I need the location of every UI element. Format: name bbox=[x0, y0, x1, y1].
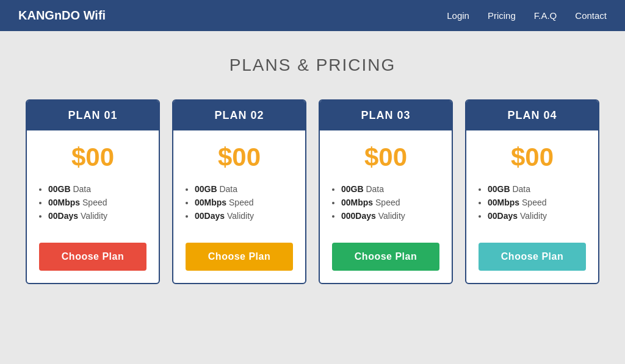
plan-04-choose-button[interactable]: Choose Plan bbox=[479, 243, 586, 271]
plan-03-price: $00 bbox=[320, 130, 452, 178]
plan-02-choose-button[interactable]: Choose Plan bbox=[186, 243, 293, 271]
plan-04-header: PLAN 04 bbox=[466, 101, 598, 130]
plan-01-features: 00GB Data 00Mbps Speed 00Days Validity bbox=[27, 178, 159, 237]
plan-03-validity-feature: 000Days Validity bbox=[341, 211, 439, 221]
plan-02-price: $00 bbox=[173, 130, 305, 178]
main-content: PLANS & PRICING PLAN 01 $00 00GB Data 00… bbox=[0, 31, 625, 309]
plan-01-data-feature: 00GB Data bbox=[48, 184, 146, 194]
navbar: KANGnDO Wifi LoginPricingF.A.QContact bbox=[0, 0, 625, 31]
plan-01-validity-feature: 00Days Validity bbox=[48, 211, 146, 221]
plan-01-speed-feature: 00Mbps Speed bbox=[48, 198, 146, 207]
plan-02-card: PLAN 02 $00 00GB Data 00Mbps Speed 00Day… bbox=[172, 99, 306, 284]
plan-01-price: $00 bbox=[27, 130, 159, 178]
plan-03-card: PLAN 03 $00 00GB Data 00Mbps Speed 000Da… bbox=[319, 99, 453, 284]
plans-container: PLAN 01 $00 00GB Data 00Mbps Speed 00Day… bbox=[26, 99, 599, 284]
plan-03-choose-button[interactable]: Choose Plan bbox=[332, 243, 439, 271]
plan-03-speed-feature: 00Mbps Speed bbox=[341, 198, 439, 207]
plan-01-header: PLAN 01 bbox=[27, 101, 159, 130]
plan-04-card: PLAN 04 $00 00GB Data 00Mbps Speed 00Day… bbox=[465, 99, 599, 284]
nav-link-login[interactable]: Login bbox=[447, 10, 469, 21]
plan-02-features: 00GB Data 00Mbps Speed 00Days Validity bbox=[173, 178, 305, 237]
page-title: PLANS & PRICING bbox=[229, 55, 396, 75]
plan-04-speed-feature: 00Mbps Speed bbox=[488, 198, 586, 207]
plan-02-header: PLAN 02 bbox=[173, 101, 305, 130]
plan-03-footer: Choose Plan bbox=[320, 237, 452, 283]
plan-03-data-feature: 00GB Data bbox=[341, 184, 439, 194]
plan-04-data-feature: 00GB Data bbox=[488, 184, 586, 194]
nav-link-contact[interactable]: Contact bbox=[575, 10, 607, 21]
plan-04-features: 00GB Data 00Mbps Speed 00Days Validity bbox=[466, 178, 598, 237]
plan-03-features: 00GB Data 00Mbps Speed 000Days Validity bbox=[320, 178, 452, 237]
plan-01-card: PLAN 01 $00 00GB Data 00Mbps Speed 00Day… bbox=[26, 99, 160, 284]
plan-04-price: $00 bbox=[466, 130, 598, 178]
plan-02-footer: Choose Plan bbox=[173, 237, 305, 283]
plan-02-data-feature: 00GB Data bbox=[195, 184, 293, 194]
nav-link-pricing[interactable]: Pricing bbox=[488, 10, 516, 21]
plan-04-footer: Choose Plan bbox=[466, 237, 598, 283]
nav-link-faq[interactable]: F.A.Q bbox=[534, 10, 557, 21]
plan-01-choose-button[interactable]: Choose Plan bbox=[39, 243, 146, 271]
plan-03-header: PLAN 03 bbox=[320, 101, 452, 130]
nav-links: LoginPricingF.A.QContact bbox=[447, 10, 607, 21]
plan-02-validity-feature: 00Days Validity bbox=[195, 211, 293, 221]
brand-logo: KANGnDO Wifi bbox=[18, 9, 106, 23]
plan-02-speed-feature: 00Mbps Speed bbox=[195, 198, 293, 207]
plan-04-validity-feature: 00Days Validity bbox=[488, 211, 586, 221]
plan-01-footer: Choose Plan bbox=[27, 237, 159, 283]
